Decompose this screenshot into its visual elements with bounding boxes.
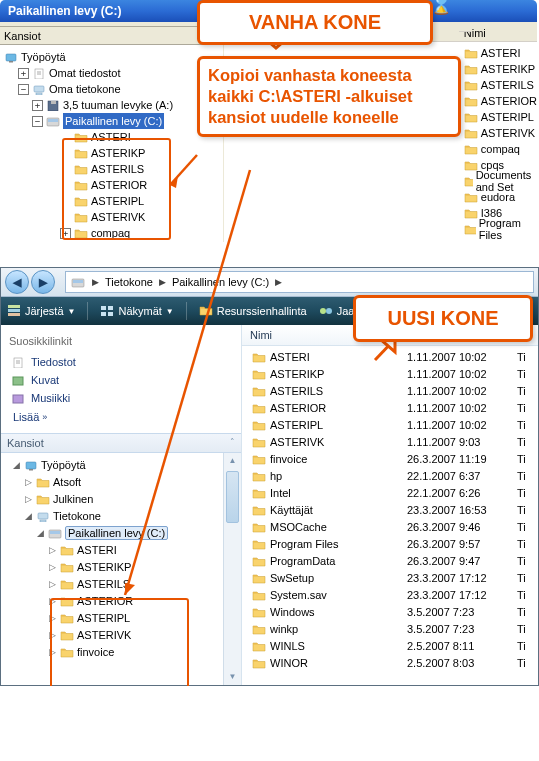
collapse-icon[interactable]: ◢ xyxy=(11,460,21,470)
tree-row-folder[interactable]: ASTERIKP xyxy=(4,145,223,161)
collapse-icon[interactable]: ◢ xyxy=(23,511,33,521)
list-item[interactable]: ASTERIKP xyxy=(460,61,537,77)
expand-icon[interactable]: ▷ xyxy=(23,477,33,487)
separator xyxy=(186,302,187,320)
collapse-icon[interactable]: − xyxy=(18,84,29,95)
breadcrumb[interactable]: ▶ Tietokone ▶ Paikallinen levy (C:) ▶ xyxy=(65,271,534,293)
list-item[interactable]: MSOCache26.3.2007 9:46Ti xyxy=(242,518,538,535)
expand-icon[interactable]: ▷ xyxy=(23,494,33,504)
list-item[interactable]: Intel22.1.2007 6:26Ti xyxy=(242,484,538,501)
list-item[interactable]: hp22.1.2007 6:37Ti xyxy=(242,467,538,484)
organize-button[interactable]: Järjestä ▼ xyxy=(7,304,75,318)
item-name: hp xyxy=(270,470,282,482)
list-item[interactable]: Program Files26.3.2007 9:57Ti xyxy=(242,535,538,552)
crumb-disk[interactable]: Paikallinen levy (C:) xyxy=(170,272,271,292)
list-item[interactable]: WINOR2.5.2007 8:03Ti xyxy=(242,654,538,671)
vtree-desktop[interactable]: ◢ Työpöytä xyxy=(7,456,241,473)
tree-row-folder[interactable]: ASTERIVK xyxy=(4,209,223,225)
expand-icon[interactable]: ▷ xyxy=(47,613,57,623)
fav-docs[interactable]: Tiedostot xyxy=(7,353,235,371)
list-item[interactable]: Program Files xyxy=(460,221,537,237)
tree-row-folder[interactable]: ASTERILS xyxy=(4,161,223,177)
tree-row-computer[interactable]: − Oma tietokone xyxy=(4,81,223,97)
crumb-computer[interactable]: Tietokone xyxy=(103,272,155,292)
expand-icon[interactable]: + xyxy=(60,228,71,239)
folder-icon xyxy=(60,595,74,607)
list-item[interactable]: Documents and Set xyxy=(460,173,537,189)
xp-col-header[interactable] xyxy=(459,27,471,32)
list-item[interactable]: System.sav23.3.2007 17:12Ti xyxy=(242,586,538,603)
collapse-icon[interactable]: − xyxy=(32,116,43,127)
list-item[interactable]: ProgramData26.3.2007 9:47Ti xyxy=(242,552,538,569)
fav-pics[interactable]: Kuvat xyxy=(7,371,235,389)
expand-icon[interactable]: ▷ xyxy=(47,596,57,606)
tree-row-desktop[interactable]: Työpöytä xyxy=(4,49,223,65)
scroll-up-icon[interactable]: ▲ xyxy=(224,453,241,469)
list-item[interactable]: finvoice26.3.2007 11:19Ti xyxy=(242,450,538,467)
fav-music[interactable]: Musiikki xyxy=(7,389,235,407)
scroll-down-icon[interactable]: ▼ xyxy=(224,669,241,685)
fav-more[interactable]: Lisää » xyxy=(7,407,235,433)
share-button[interactable]: Jaa xyxy=(319,304,355,318)
vtree-folder[interactable]: ▷finvoice xyxy=(7,643,241,660)
list-item[interactable]: compaq xyxy=(460,141,537,157)
list-item[interactable]: SwSetup23.3.2007 17:12Ti xyxy=(242,569,538,586)
collapse-icon[interactable]: ◢ xyxy=(35,528,45,538)
item-date: 23.3.2007 16:53 xyxy=(407,504,517,516)
list-item[interactable]: winkp3.5.2007 7:23Ti xyxy=(242,620,538,637)
list-item[interactable]: ASTERILS xyxy=(460,77,537,93)
tree-row-docs[interactable]: + Omat tiedostot xyxy=(4,65,223,81)
scroll-thumb[interactable] xyxy=(226,471,239,523)
list-item[interactable]: ASTERI xyxy=(460,45,537,61)
tree-row-folder[interactable]: ASTERI xyxy=(4,129,223,145)
explorer-button[interactable]: Resurssienhallinta xyxy=(199,304,307,318)
tree-row-floppy[interactable]: + 3,5 tuuman levyke (A:) xyxy=(4,97,223,113)
folder-icon xyxy=(252,487,266,499)
tree-row-folder[interactable]: ASTERIPL xyxy=(4,193,223,209)
list-item[interactable]: ASTERIKP1.11.2007 10:02Ti xyxy=(242,365,538,382)
tree-row-folder[interactable]: ASTERIOR xyxy=(4,177,223,193)
scrollbar[interactable]: ▲ ▼ xyxy=(223,453,241,685)
list-item[interactable]: ASTERIPL xyxy=(460,109,537,125)
list-item[interactable]: ASTERIOR1.11.2007 10:02Ti xyxy=(242,399,538,416)
folder-icon xyxy=(464,47,478,59)
vista-tree-header[interactable]: Kansiot ˄ xyxy=(1,433,241,453)
forward-button[interactable]: ▶ xyxy=(31,270,55,294)
vtree-public[interactable]: ▷ Julkinen xyxy=(7,490,241,507)
vtree-folder[interactable]: ▷ASTERIPL xyxy=(7,609,241,626)
chevron-right-icon[interactable]: ▶ xyxy=(155,277,170,287)
item-date: 2.5.2007 8:11 xyxy=(407,640,517,652)
expand-icon[interactable]: ▷ xyxy=(47,579,57,589)
vtree-computer[interactable]: ◢ Tietokone xyxy=(7,507,241,524)
views-button[interactable]: Näkymät ▼ xyxy=(100,304,173,318)
tree-label-selected: Paikallinen levy (C:) xyxy=(63,113,164,129)
list-item[interactable]: Käyttäjät23.3.2007 16:53Ti xyxy=(242,501,538,518)
expand-icon[interactable]: + xyxy=(32,100,43,111)
list-item[interactable]: WINLS2.5.2007 8:11Ti xyxy=(242,637,538,654)
list-item[interactable]: ASTERI1.11.2007 10:02Ti xyxy=(242,348,538,365)
dropdown-icon: ▼ xyxy=(68,307,76,316)
expand-icon[interactable]: ▷ xyxy=(47,562,57,572)
list-item[interactable]: ASTERIVK xyxy=(460,125,537,141)
vtree-folder[interactable]: ▷ASTERIOR xyxy=(7,592,241,609)
vtree-atsoft[interactable]: ▷ Atsoft xyxy=(7,473,241,490)
vtree-folder[interactable]: ▷ASTERILS xyxy=(7,575,241,592)
list-item[interactable]: Windows3.5.2007 7:23Ti xyxy=(242,603,538,620)
vtree-folder[interactable]: ▷ASTERIVK xyxy=(7,626,241,643)
tree-row-folder[interactable]: +compaq xyxy=(4,225,223,241)
list-item[interactable]: ASTERILS1.11.2007 10:02Ti xyxy=(242,382,538,399)
vtree-disk[interactable]: ◢ Paikallinen levy (C:) xyxy=(7,524,241,541)
chevron-right-icon[interactable]: ▶ xyxy=(271,277,286,287)
vtree-folder[interactable]: ▷ASTERI xyxy=(7,541,241,558)
expand-icon[interactable]: ▷ xyxy=(47,545,57,555)
expand-icon[interactable]: ▷ xyxy=(47,647,57,657)
expand-icon[interactable]: ▷ xyxy=(47,630,57,640)
list-item[interactable]: ASTERIVK1.11.2007 9:03Ti xyxy=(242,433,538,450)
vtree-folder[interactable]: ▷ASTERIKP xyxy=(7,558,241,575)
expand-icon[interactable]: + xyxy=(18,68,29,79)
back-button[interactable]: ◀ xyxy=(5,270,29,294)
list-item[interactable]: ASTERIPL1.11.2007 10:02Ti xyxy=(242,416,538,433)
tree-row-disk[interactable]: − Paikallinen levy (C:) xyxy=(4,113,223,129)
list-item[interactable]: ASTERIOR xyxy=(460,93,537,109)
chevron-right-icon[interactable]: ▶ xyxy=(88,277,103,287)
